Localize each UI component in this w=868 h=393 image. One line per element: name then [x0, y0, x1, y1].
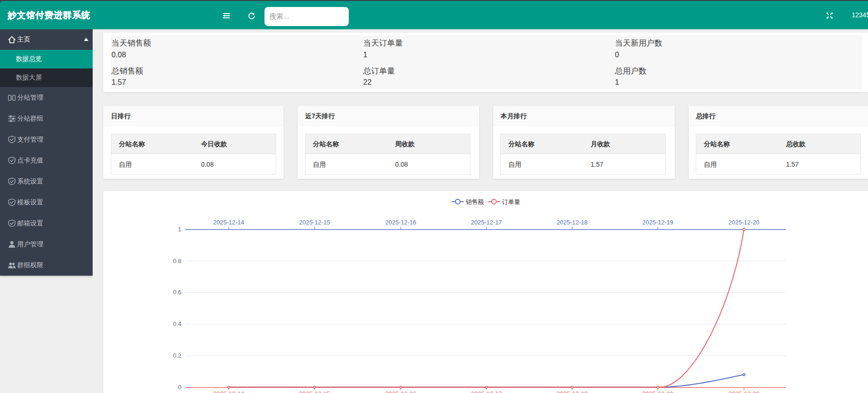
svg-text:2025-12-17: 2025-12-17: [471, 219, 502, 226]
svg-text:2025-12-19: 2025-12-19: [643, 219, 674, 226]
svg-text:2025-12-14: 2025-12-14: [213, 390, 244, 393]
svg-text:2025-12-18: 2025-12-18: [557, 390, 588, 393]
svg-text:0.6: 0.6: [173, 289, 182, 296]
svg-text:2025-12-18: 2025-12-18: [557, 219, 588, 226]
svg-text:2025-12-16: 2025-12-16: [386, 219, 417, 226]
svg-text:2025-12-17: 2025-12-17: [471, 390, 502, 393]
svg-text:2025-12-20: 2025-12-20: [729, 390, 760, 393]
svg-text:2025-12-19: 2025-12-19: [643, 390, 674, 393]
svg-text:0.4: 0.4: [173, 320, 182, 327]
svg-text:2025-12-16: 2025-12-16: [386, 390, 417, 393]
svg-text:销售额: 销售额: [466, 198, 484, 205]
svg-text:2025-12-15: 2025-12-15: [299, 219, 331, 226]
svg-text:0: 0: [178, 384, 182, 391]
svg-text:0.2: 0.2: [173, 352, 182, 359]
svg-text:2025-12-15: 2025-12-15: [299, 390, 331, 393]
svg-text:0.8: 0.8: [173, 257, 182, 264]
svg-text:1: 1: [178, 226, 182, 233]
svg-text:2025-12-20: 2025-12-20: [729, 219, 760, 226]
svg-text:2025-12-14: 2025-12-14: [213, 219, 244, 226]
svg-text:订单量: 订单量: [502, 198, 520, 205]
